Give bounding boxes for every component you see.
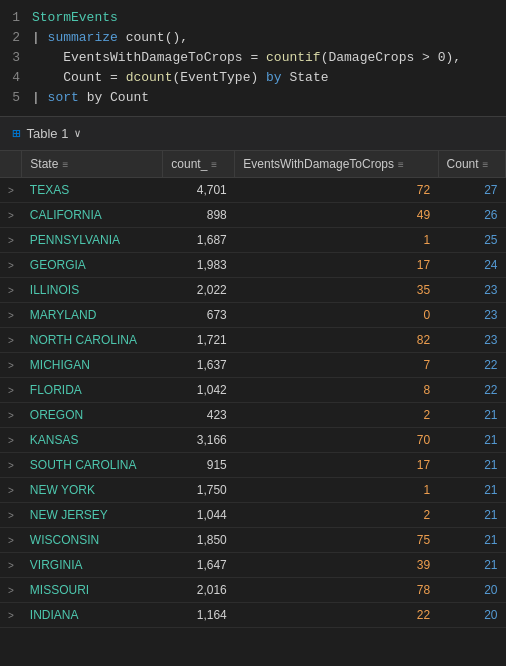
table-row[interactable]: > VIRGINIA 1,647 39 21 bbox=[0, 553, 506, 578]
cell-count-final: 21 bbox=[438, 403, 505, 428]
code-editor: 1StormEvents2| summarize count(),3 Event… bbox=[0, 0, 506, 117]
table-row[interactable]: > WISCONSIN 1,850 75 21 bbox=[0, 528, 506, 553]
cell-count-final: 26 bbox=[438, 203, 505, 228]
expand-btn[interactable]: > bbox=[0, 253, 22, 278]
cell-damage: 35 bbox=[235, 278, 438, 303]
results-area: State ≡ count_ ≡ EventsWithDamageToCrops… bbox=[0, 151, 506, 628]
cell-count-final: 23 bbox=[438, 303, 505, 328]
cell-count: 1,164 bbox=[163, 603, 235, 628]
cell-damage: 49 bbox=[235, 203, 438, 228]
cell-count: 423 bbox=[163, 403, 235, 428]
cell-damage: 17 bbox=[235, 253, 438, 278]
table-chevron-icon[interactable]: ∨ bbox=[74, 127, 81, 140]
table-row[interactable]: > TEXAS 4,701 72 27 bbox=[0, 178, 506, 203]
cell-state: INDIANA bbox=[22, 603, 163, 628]
table-row[interactable]: > PENNSYLVANIA 1,687 1 25 bbox=[0, 228, 506, 253]
expand-btn[interactable]: > bbox=[0, 178, 22, 203]
cell-state: FLORIDA bbox=[22, 378, 163, 403]
table-row[interactable]: > CALIFORNIA 898 49 26 bbox=[0, 203, 506, 228]
cell-count: 3,166 bbox=[163, 428, 235, 453]
cell-count-final: 21 bbox=[438, 503, 505, 528]
cell-damage: 7 bbox=[235, 353, 438, 378]
table-header-bar[interactable]: ⊞ Table 1 ∨ bbox=[0, 117, 506, 151]
expand-btn[interactable]: > bbox=[0, 578, 22, 603]
cell-state: VIRGINIA bbox=[22, 553, 163, 578]
cell-damage: 2 bbox=[235, 503, 438, 528]
cell-count: 1,850 bbox=[163, 528, 235, 553]
table-row[interactable]: > KANSAS 3,166 70 21 bbox=[0, 428, 506, 453]
cell-state: GEORGIA bbox=[22, 253, 163, 278]
expand-btn[interactable]: > bbox=[0, 228, 22, 253]
table-row[interactable]: > INDIANA 1,164 22 20 bbox=[0, 603, 506, 628]
expand-btn[interactable]: > bbox=[0, 603, 22, 628]
cell-state: CALIFORNIA bbox=[22, 203, 163, 228]
table-header-row: State ≡ count_ ≡ EventsWithDamageToCrops… bbox=[0, 151, 506, 178]
cell-damage: 70 bbox=[235, 428, 438, 453]
table-row[interactable]: > NEW JERSEY 1,044 2 21 bbox=[0, 503, 506, 528]
cell-count: 4,701 bbox=[163, 178, 235, 203]
cell-count: 1,042 bbox=[163, 378, 235, 403]
expand-btn[interactable]: > bbox=[0, 378, 22, 403]
cell-count-final: 24 bbox=[438, 253, 505, 278]
cell-state: MICHIGAN bbox=[22, 353, 163, 378]
cell-count-final: 21 bbox=[438, 428, 505, 453]
col-count-header[interactable]: count_ ≡ bbox=[163, 151, 235, 178]
expand-btn[interactable]: > bbox=[0, 303, 22, 328]
cell-count: 1,750 bbox=[163, 478, 235, 503]
table-row[interactable]: > SOUTH CAROLINA 915 17 21 bbox=[0, 453, 506, 478]
cell-count-final: 25 bbox=[438, 228, 505, 253]
cell-state: TEXAS bbox=[22, 178, 163, 203]
cell-count-final: 21 bbox=[438, 453, 505, 478]
cell-count: 1,647 bbox=[163, 553, 235, 578]
cell-state: WISCONSIN bbox=[22, 528, 163, 553]
col-damage-header[interactable]: EventsWithDamageToCrops ≡ bbox=[235, 151, 438, 178]
col-state-header[interactable]: State ≡ bbox=[22, 151, 163, 178]
expand-btn[interactable]: > bbox=[0, 528, 22, 553]
cell-count: 2,022 bbox=[163, 278, 235, 303]
expand-btn[interactable]: > bbox=[0, 453, 22, 478]
cell-damage: 75 bbox=[235, 528, 438, 553]
expand-btn[interactable]: > bbox=[0, 503, 22, 528]
expand-btn[interactable]: > bbox=[0, 203, 22, 228]
cell-count: 1,983 bbox=[163, 253, 235, 278]
line-number: 2 bbox=[4, 28, 32, 48]
state-filter-icon[interactable]: ≡ bbox=[62, 159, 68, 170]
col-countfinal-header[interactable]: Count ≡ bbox=[438, 151, 505, 178]
cell-damage: 2 bbox=[235, 403, 438, 428]
damage-filter-icon[interactable]: ≡ bbox=[398, 159, 404, 170]
expand-btn[interactable]: > bbox=[0, 478, 22, 503]
table-row[interactable]: > MICHIGAN 1,637 7 22 bbox=[0, 353, 506, 378]
cell-count-final: 22 bbox=[438, 378, 505, 403]
code-line-5: 5| sort by Count bbox=[0, 88, 506, 108]
cell-count: 2,016 bbox=[163, 578, 235, 603]
line-number: 3 bbox=[4, 48, 32, 68]
cell-count: 1,721 bbox=[163, 328, 235, 353]
cell-state: KANSAS bbox=[22, 428, 163, 453]
table-row[interactable]: > MISSOURI 2,016 78 20 bbox=[0, 578, 506, 603]
expand-btn[interactable]: > bbox=[0, 278, 22, 303]
count-filter-icon[interactable]: ≡ bbox=[211, 159, 217, 170]
countfinal-filter-icon[interactable]: ≡ bbox=[483, 159, 489, 170]
cell-count-final: 22 bbox=[438, 353, 505, 378]
code-line-1: 1StormEvents bbox=[0, 8, 506, 28]
expand-btn[interactable]: > bbox=[0, 328, 22, 353]
table-row[interactable]: > NORTH CAROLINA 1,721 82 23 bbox=[0, 328, 506, 353]
line-content: EventsWithDamageToCrops = countif(Damage… bbox=[32, 48, 461, 68]
cell-count: 673 bbox=[163, 303, 235, 328]
expand-btn[interactable]: > bbox=[0, 553, 22, 578]
line-number: 1 bbox=[4, 8, 32, 28]
expand-btn[interactable]: > bbox=[0, 428, 22, 453]
expand-btn[interactable]: > bbox=[0, 403, 22, 428]
table-row[interactable]: > GEORGIA 1,983 17 24 bbox=[0, 253, 506, 278]
line-content: | sort by Count bbox=[32, 88, 149, 108]
code-line-4: 4 Count = dcount(EventType) by State bbox=[0, 68, 506, 88]
table-row[interactable]: > ILLINOIS 2,022 35 23 bbox=[0, 278, 506, 303]
table-row[interactable]: > OREGON 423 2 21 bbox=[0, 403, 506, 428]
expand-btn[interactable]: > bbox=[0, 353, 22, 378]
table-row[interactable]: > NEW YORK 1,750 1 21 bbox=[0, 478, 506, 503]
cell-state: NEW YORK bbox=[22, 478, 163, 503]
cell-count: 1,687 bbox=[163, 228, 235, 253]
table-row[interactable]: > FLORIDA 1,042 8 22 bbox=[0, 378, 506, 403]
col-expand-header bbox=[0, 151, 22, 178]
table-row[interactable]: > MARYLAND 673 0 23 bbox=[0, 303, 506, 328]
